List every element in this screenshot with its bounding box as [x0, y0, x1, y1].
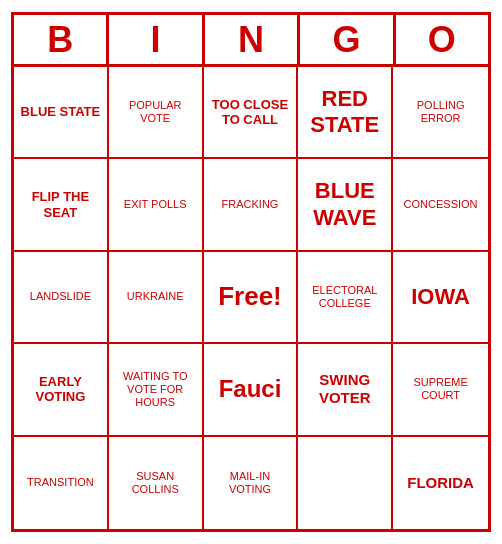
cell-2-2: EXIT POLLS: [109, 159, 204, 251]
cell-3-3-free: Free!: [204, 252, 299, 344]
cell-1-5: POLLING ERROR: [393, 67, 488, 159]
cell-4-4: SWING VOTER: [298, 344, 393, 436]
bingo-grid: BLUE STATE POPULAR VOTE TOO CLOSE TO CAL…: [14, 67, 488, 529]
cell-2-5: CONCESSION: [393, 159, 488, 251]
cell-5-2: SUSAN COLLINS: [109, 437, 204, 529]
cell-3-4: ELECTORAL COLLEGE: [298, 252, 393, 344]
cell-4-3: Fauci: [204, 344, 299, 436]
letter-i: I: [109, 15, 204, 64]
cell-3-5: IOWA: [393, 252, 488, 344]
bingo-header: B I N G O: [14, 15, 488, 67]
cell-5-1: TRANSITION: [14, 437, 109, 529]
letter-o: O: [396, 15, 488, 64]
cell-1-1: BLUE STATE: [14, 67, 109, 159]
letter-n: N: [205, 15, 300, 64]
cell-4-1: EARLY VOTING: [14, 344, 109, 436]
cell-3-2: URKRAINE: [109, 252, 204, 344]
cell-1-2: POPULAR VOTE: [109, 67, 204, 159]
cell-3-1: LANDSLIDE: [14, 252, 109, 344]
cell-5-4: [298, 437, 393, 529]
cell-4-5: SUPREME COURT: [393, 344, 488, 436]
letter-b: B: [14, 15, 109, 64]
cell-5-5: FLORIDA: [393, 437, 488, 529]
cell-2-1: FLIP THE SEAT: [14, 159, 109, 251]
cell-1-3: TOO CLOSE TO CALL: [204, 67, 299, 159]
bingo-card: B I N G O BLUE STATE POPULAR VOTE TOO CL…: [11, 12, 491, 532]
cell-5-3: MAIL-IN VOTING: [204, 437, 299, 529]
cell-2-3: FRACKING: [204, 159, 299, 251]
cell-2-4: BLUE WAVE: [298, 159, 393, 251]
cell-1-4: RED STATE: [298, 67, 393, 159]
letter-g: G: [300, 15, 395, 64]
cell-4-2: WAITING TO VOTE FOR HOURS: [109, 344, 204, 436]
